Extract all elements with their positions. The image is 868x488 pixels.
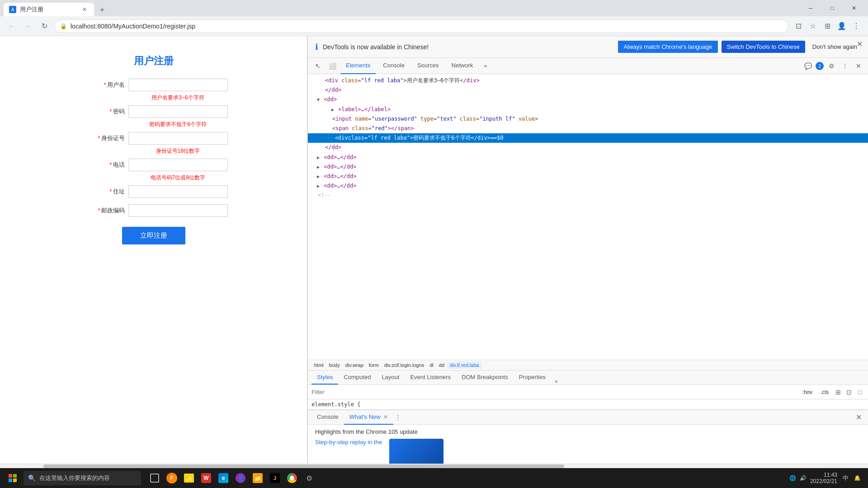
toggle-all-declarations-icon[interactable]: ⊡ <box>844 388 854 397</box>
tab-dom-breakpoints[interactable]: DOM Breakpoints <box>456 370 514 385</box>
html-line-12[interactable]: <dd>…</dd> <box>308 181 868 191</box>
triangle-icon[interactable] <box>317 183 320 188</box>
tab-styles[interactable]: Styles <box>311 370 338 385</box>
address-input[interactable]: 🔒 localhost:8080/MyAuctionDemo1/register… <box>54 19 788 33</box>
toolbar-icons: ⊡ ☆ ⊞ 👤 ⋮ <box>792 20 863 33</box>
username-input[interactable] <box>128 79 228 91</box>
extension-icon[interactable]: ⊞ <box>821 20 834 33</box>
avatar-icon[interactable]: 👤 <box>232 469 249 487</box>
chrome-icon[interactable] <box>284 469 300 487</box>
ime-indicator[interactable]: 中 <box>841 474 850 482</box>
edge-icon[interactable]: e <box>215 469 231 487</box>
bc-divlogns[interactable]: div.zclf.login.logns <box>382 361 427 369</box>
tab-area: A 用户注册 ✕ + <box>4 0 797 16</box>
submit-button[interactable]: 立即注册 <box>122 227 185 244</box>
bc-body[interactable]: body <box>326 361 343 369</box>
refresh-button[interactable]: ↻ <box>38 20 51 33</box>
html-line-9[interactable]: <dd>…</dd> <box>308 153 868 162</box>
tab-elements[interactable]: Elements <box>340 58 376 74</box>
html-line-10[interactable]: <dd>…</dd> <box>308 162 868 172</box>
hov-button[interactable]: :hov <box>799 388 816 397</box>
tab-sources[interactable]: Sources <box>412 58 444 74</box>
bc-dd[interactable]: dd <box>436 361 447 369</box>
wps-icon[interactable]: W <box>198 469 214 487</box>
bc-dl[interactable]: dl <box>427 361 436 369</box>
drawer-close-icon[interactable]: ✕ <box>853 412 864 423</box>
html-line-2[interactable]: </dd> <box>308 85 868 95</box>
taskbar-search[interactable]: 🔍 在这里输入你要搜索的内容 <box>24 471 141 485</box>
article-link[interactable]: Step-by-step replay in the <box>315 439 382 464</box>
tab-close-button[interactable]: ✕ <box>80 5 89 14</box>
bc-divlaba[interactable]: div.lf.red.laba <box>447 361 482 369</box>
styles-more-icon[interactable]: » <box>553 378 560 385</box>
bc-form[interactable]: form <box>366 361 382 369</box>
cast-icon[interactable]: ⊡ <box>792 20 805 33</box>
html-line-6[interactable]: <span class="red"></span> <box>308 124 868 133</box>
html-line-selected[interactable]: ··· <div class="lf red laba">密码要求不低于6个字符… <box>308 133 868 143</box>
settings-icon[interactable]: ⚙ <box>301 469 317 487</box>
html-line-5[interactable]: <input name="userpassword" type="text" c… <box>308 114 868 124</box>
tab-properties[interactable]: Properties <box>514 370 551 385</box>
firefox-icon[interactable]: F <box>164 469 180 487</box>
drawer-more-icon[interactable]: ⋮ <box>393 414 403 421</box>
triangle-icon[interactable] <box>317 155 320 160</box>
notification-close-button[interactable]: ✕ <box>857 40 863 48</box>
drawer-tab-close-icon[interactable]: ✕ <box>383 414 388 420</box>
triangle-icon[interactable] <box>317 97 320 102</box>
html-line-1[interactable]: <div class="lf red laba">用户名要求3~6个字符</di… <box>308 76 868 85</box>
file-explorer-icon[interactable]: 📁 <box>181 469 197 487</box>
menu-icon[interactable]: ⋮ <box>850 20 863 33</box>
bc-html[interactable]: html <box>311 361 326 369</box>
new-tab-button[interactable]: + <box>96 4 108 16</box>
forward-button[interactable]: → <box>22 20 34 33</box>
html-line-3[interactable]: <dd> <box>308 95 868 104</box>
horizontal-scrollbar[interactable] <box>0 464 868 468</box>
taskview-icon[interactable] <box>146 469 163 487</box>
cls-button[interactable]: .cls <box>817 388 832 397</box>
html-line-11[interactable]: <dd>…</dd> <box>308 172 868 181</box>
add-style-rule-icon[interactable]: ⊞ <box>834 388 843 397</box>
maximize-button[interactable]: □ <box>822 0 843 16</box>
filter-input[interactable] <box>311 389 795 395</box>
back-button[interactable]: ← <box>5 20 18 33</box>
triangle-icon[interactable] <box>317 174 320 179</box>
match-language-button[interactable]: Always match Chrome's language <box>618 41 717 53</box>
html-line-4[interactable]: <label>…</label> <box>308 105 868 114</box>
search-icon: 🔍 <box>28 474 36 482</box>
id-input[interactable] <box>128 132 228 145</box>
profile-icon[interactable]: 👤 <box>835 20 848 33</box>
bc-divwrap[interactable]: div.wrap <box>343 361 366 369</box>
tab-network[interactable]: Network <box>446 58 479 74</box>
start-button[interactable] <box>4 469 22 487</box>
address-input[interactable] <box>128 185 228 198</box>
password-input[interactable] <box>128 105 228 118</box>
tab-console[interactable]: Console <box>377 58 410 74</box>
tab-computed[interactable]: Computed <box>338 370 376 385</box>
drawer-tab-console[interactable]: Console <box>311 410 344 425</box>
html-line-8[interactable]: </dd> <box>308 143 868 152</box>
chat-icon[interactable]: 💬 <box>802 60 814 72</box>
drawer-tab-whatsnew[interactable]: What's New ✕ <box>344 410 393 425</box>
close-button[interactable]: ✕ <box>844 0 864 16</box>
dont-show-button[interactable]: Don't show again <box>809 41 861 53</box>
device-toolbar-icon[interactable]: ⬜ <box>326 60 339 72</box>
intellij-icon[interactable]: J <box>267 469 283 487</box>
postal-input[interactable] <box>128 204 228 217</box>
file-manager-icon[interactable]: 📁 <box>250 469 266 487</box>
devtools-close-icon[interactable]: ✕ <box>853 60 864 72</box>
minimize-button[interactable]: ─ <box>800 0 821 16</box>
triangle-icon[interactable] <box>317 164 320 169</box>
bookmark-icon[interactable]: ☆ <box>807 20 819 33</box>
more-tabs-icon[interactable]: » <box>480 62 491 69</box>
triangle-icon[interactable] <box>331 107 334 112</box>
tab-layout[interactable]: Layout <box>376 370 405 385</box>
phone-input[interactable] <box>128 159 228 171</box>
devtools-more-icon[interactable]: ⋮ <box>839 60 851 72</box>
switch-chinese-button[interactable]: Switch DevTools to Chinese <box>722 41 805 53</box>
settings-icon[interactable]: ⚙ <box>826 60 837 72</box>
new-style-rule-icon[interactable]: □ <box>855 388 864 397</box>
html-line-13[interactable]: <!-- <box>308 191 868 200</box>
active-tab[interactable]: A 用户注册 ✕ <box>4 3 94 16</box>
tab-event-listeners[interactable]: Event Listeners <box>405 370 456 385</box>
element-picker-icon[interactable]: ↖ <box>311 60 324 72</box>
